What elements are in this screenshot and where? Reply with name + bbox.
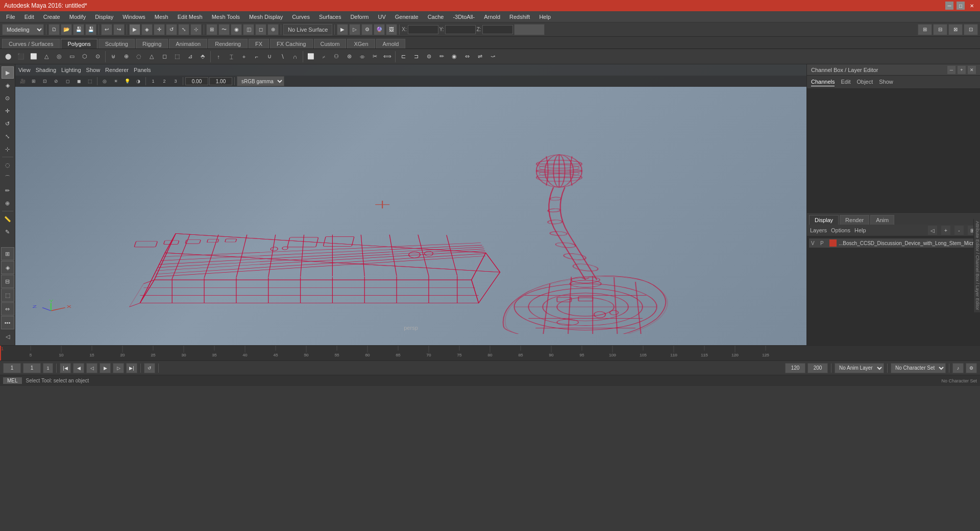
transform-apply-button[interactable] — [514, 24, 545, 35]
menu-mesh[interactable]: Mesh — [151, 13, 173, 21]
tab-xgen[interactable]: XGen — [347, 39, 375, 49]
vc-isolate-btn[interactable]: ◎ — [100, 77, 110, 86]
vc-value1-input[interactable] — [185, 77, 208, 85]
close-button[interactable]: ✕ — [968, 2, 976, 10]
z-input[interactable] — [482, 25, 513, 34]
soft-sel-btn[interactable]: ◉ — [448, 51, 460, 63]
uv-editor-btn[interactable]: ⊐ — [410, 51, 422, 63]
pipe-icon-btn[interactable]: ⊙ — [91, 51, 104, 63]
mesh-combine-btn[interactable]: ⊎ — [107, 51, 119, 63]
menu-mesh-tools[interactable]: Mesh Tools — [208, 13, 244, 21]
mesh-separate-btn[interactable]: ⊕ — [120, 51, 132, 63]
menu-modify[interactable]: Modify — [65, 13, 90, 21]
viewport-menu-show[interactable]: Show — [86, 67, 101, 73]
mesh-remesh-btn[interactable]: ⬘ — [197, 51, 209, 63]
current-frame-input[interactable] — [23, 363, 41, 373]
layers-btn[interactable]: Layers — [810, 227, 827, 233]
menu-windows[interactable]: Windows — [118, 13, 150, 21]
panel-close-btn[interactable]: ✕ — [968, 66, 976, 74]
go-to-start-btn[interactable]: |◀ — [60, 363, 71, 373]
viewport[interactable]: View Shading Lighting Show Renderer Pane… — [15, 64, 806, 345]
snap-magnet-button[interactable]: ⊕ — [267, 24, 279, 35]
vc-light-btn[interactable]: 💡 — [122, 77, 132, 86]
tab-animation[interactable]: Animation — [169, 39, 207, 49]
mode-dropdown[interactable]: Modeling Rigging Animation FX Rendering … — [2, 24, 44, 35]
mesh-fill-btn[interactable]: ⬚ — [171, 51, 183, 63]
viewport-menu-lighting[interactable]: Lighting — [61, 67, 81, 73]
rotate-tool-button[interactable]: ↺ — [166, 24, 177, 35]
menu-display[interactable]: Display — [91, 13, 117, 21]
menu-mesh-display[interactable]: Mesh Display — [245, 13, 287, 21]
menu-deform[interactable]: Deform — [346, 13, 373, 21]
prefs-btn[interactable]: ⚙ — [966, 363, 977, 373]
tab-rigging[interactable]: Rigging — [136, 39, 168, 49]
hypershade-button[interactable]: 🔮 — [374, 24, 385, 35]
dr-tab-display[interactable]: Display — [809, 215, 839, 225]
edge-loop-btn[interactable]: ⬜ — [305, 51, 317, 63]
side-panel-collapse[interactable]: ◁ — [1, 330, 14, 343]
lasso-select-tool[interactable]: ⊙ — [2, 92, 14, 104]
measure-tool[interactable]: 📏 — [2, 213, 14, 225]
move-tool-button[interactable]: ✛ — [154, 24, 165, 35]
paint-select-tool[interactable]: ◈ — [2, 79, 14, 91]
options-btn[interactable]: Options — [831, 227, 850, 233]
viewport-menu-renderer[interactable]: Renderer — [105, 67, 129, 73]
disk-icon-btn[interactable]: ⬡ — [79, 51, 91, 63]
render-options-button[interactable]: ⚙ — [361, 24, 373, 35]
menu-arnold[interactable]: Arnold — [480, 13, 504, 21]
vc-wireframe-btn[interactable]: ⊘ — [51, 77, 61, 86]
select-tool-button[interactable]: ▶ — [129, 24, 140, 35]
menu-help[interactable]: Help — [535, 13, 555, 21]
side-panel-more[interactable]: ••• — [1, 316, 14, 329]
menu-file[interactable]: File — [2, 13, 19, 21]
anim-layer-select[interactable]: No Anim Layer — [835, 363, 884, 373]
tab-fx-caching[interactable]: FX Caching — [270, 39, 312, 49]
redo-button[interactable]: ↪ — [113, 24, 125, 35]
snap-to-curve-button[interactable]: 〜 — [218, 24, 230, 35]
step-back-btn[interactable]: ◀ — [73, 363, 84, 373]
minimize-button[interactable]: ─ — [945, 2, 953, 10]
start-frame-input[interactable] — [3, 363, 21, 373]
step-fwd-btn[interactable]: ▷ — [113, 363, 124, 373]
vc-display3-btn[interactable]: ⬚ — [85, 77, 95, 86]
select-tool-left[interactable]: ▶ — [2, 66, 14, 79]
layer-icon-1[interactable]: ◁ — [928, 226, 937, 235]
menu-edit-mesh[interactable]: Edit Mesh — [174, 13, 207, 21]
tab-custom[interactable]: Custom — [314, 39, 347, 49]
viewport-menu-panels[interactable]: Panels — [134, 67, 151, 73]
connect-btn[interactable]: ⚇ — [330, 51, 342, 63]
menu-surfaces[interactable]: Surfaces — [315, 13, 345, 21]
save-scene-as-button[interactable]: 💾 — [85, 24, 96, 35]
side-panel-magnet[interactable]: ◈ — [1, 261, 14, 274]
menu-cache[interactable]: Cache — [424, 13, 448, 21]
tab-arnold[interactable]: Arnold — [376, 39, 406, 49]
vc-res2-btn[interactable]: 2 — [159, 77, 169, 86]
tab-polygons[interactable]: Polygons — [61, 39, 97, 49]
audio-btn[interactable]: ♪ — [952, 363, 964, 373]
rotate-tool-left[interactable]: ↺ — [2, 117, 14, 130]
sym-btn[interactable]: ⇔ — [461, 51, 473, 63]
menu-generate[interactable]: Generate — [391, 13, 423, 21]
vc-frame-btn[interactable]: ⊡ — [40, 77, 50, 86]
icon-toolbar-btn-2[interactable]: ⊟ — [933, 24, 947, 35]
menu-redshift[interactable]: Redshift — [505, 13, 534, 21]
save-scene-button[interactable]: 💾 — [73, 24, 84, 35]
menu-uv[interactable]: UV — [374, 13, 389, 21]
viewport-menu-shading[interactable]: Shading — [36, 67, 56, 73]
panel-expand-btn[interactable]: + — [958, 66, 966, 74]
menu-create[interactable]: Create — [39, 13, 64, 21]
play-back-btn[interactable]: ◁ — [86, 363, 97, 373]
loop-btn[interactable]: ↺ — [144, 363, 155, 373]
vc-camera-btn[interactable]: 🎥 — [17, 77, 28, 86]
undo-button[interactable]: ↩ — [101, 24, 112, 35]
vc-display2-btn[interactable]: ◼ — [74, 77, 84, 86]
tab-rendering[interactable]: Rendering — [208, 39, 248, 49]
char-set-select[interactable]: No Character Set — [891, 363, 946, 373]
cb-tab-object[interactable]: Object — [856, 78, 873, 86]
vc-grid-btn[interactable]: ⊞ — [29, 77, 39, 86]
cone-icon-btn[interactable]: △ — [40, 51, 53, 63]
side-panel-loop[interactable]: ⬚ — [1, 288, 14, 302]
dr-tab-anim[interactable]: Anim — [870, 215, 894, 225]
extrude-btn[interactable]: ↑ — [212, 51, 225, 63]
cb-tab-show[interactable]: Show — [879, 78, 893, 86]
